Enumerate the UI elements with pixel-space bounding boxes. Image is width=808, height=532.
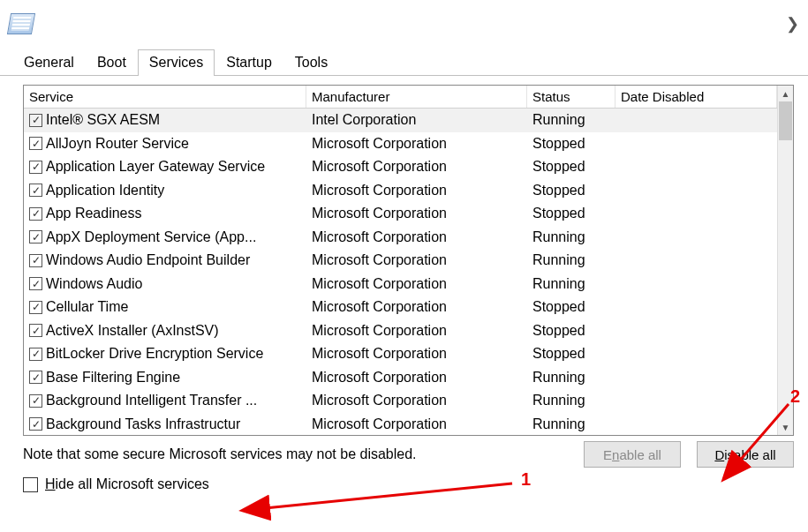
service-date-disabled [615, 236, 777, 239]
scroll-up-icon[interactable]: ▲ [778, 86, 793, 101]
service-status: Running [527, 391, 615, 410]
service-date-disabled [615, 329, 777, 333]
table-row[interactable]: App ReadinessMicrosoft CorporationStoppe… [24, 202, 777, 226]
col-manufacturer[interactable]: Manufacturer [306, 86, 527, 108]
service-manufacturer: Microsoft Corporation [306, 321, 527, 341]
tab-services[interactable]: Services [138, 49, 215, 76]
table-row[interactable]: Cellular TimeMicrosoft CorporationStoppe… [24, 296, 777, 319]
col-status[interactable]: Status [527, 86, 615, 108]
service-name: Cellular Time [46, 299, 128, 315]
table-row[interactable]: BitLocker Drive Encryption ServiceMicros… [24, 342, 777, 366]
titlebar: ❯ [0, 0, 808, 48]
service-checkbox[interactable] [29, 254, 42, 267]
service-checkbox[interactable] [29, 161, 42, 174]
table-row[interactable]: Base Filtering EngineMicrosoft Corporati… [24, 366, 777, 390]
tab-startup[interactable]: Startup [215, 49, 283, 76]
service-date-disabled [615, 376, 777, 379]
table-row[interactable]: Background Tasks InfrastructurMicrosoft … [24, 413, 777, 436]
table-row[interactable]: Windows AudioMicrosoft CorporationRunnin… [24, 273, 777, 296]
service-manufacturer: Microsoft Corporation [306, 181, 527, 200]
service-manufacturer: Intel Corporation [306, 110, 527, 130]
hide-ms-services-label[interactable]: Hide all Microsoft services [45, 476, 209, 492]
service-manufacturer: Microsoft Corporation [306, 134, 527, 154]
service-name: App Readiness [46, 206, 142, 221]
service-name: Application Layer Gateway Service [46, 159, 265, 175]
service-manufacturer: Microsoft Corporation [306, 251, 527, 270]
service-manufacturer: Microsoft Corporation [306, 228, 527, 247]
service-name: ActiveX Installer (AxInstSV) [46, 323, 219, 339]
service-date-disabled [615, 423, 777, 426]
service-status: Running [527, 228, 615, 247]
service-rows: Intel® SGX AESMIntel CorporationRunningA… [24, 109, 777, 435]
service-manufacturer: Microsoft Corporation [306, 297, 527, 317]
service-manufacturer: Microsoft Corporation [306, 415, 527, 434]
service-manufacturer: Microsoft Corporation [306, 274, 527, 294]
service-status: Running [527, 368, 615, 387]
service-name: BitLocker Drive Encryption Service [46, 346, 263, 362]
service-date-disabled [615, 189, 777, 192]
disable-all-button[interactable]: Disable all [697, 441, 794, 468]
services-list: Service Manufacturer Status Date Disable… [23, 85, 794, 436]
service-name: Application Identity [46, 183, 164, 199]
table-row[interactable]: Windows Audio Endpoint BuilderMicrosoft … [24, 249, 777, 273]
table-row[interactable]: Intel® SGX AESMIntel CorporationRunning [24, 109, 777, 132]
service-status: Stopped [527, 204, 615, 223]
col-service[interactable]: Service [24, 86, 306, 108]
service-manufacturer: Microsoft Corporation [306, 204, 527, 223]
service-name: Windows Audio Endpoint Builder [46, 252, 250, 268]
table-row[interactable]: ActiveX Installer (AxInstSV)Microsoft Co… [24, 319, 777, 343]
table-row[interactable]: Application IdentityMicrosoft Corporatio… [24, 179, 777, 203]
tab-strip: GeneralBootServicesStartupTools [0, 48, 808, 76]
service-name: AllJoyn Router Service [46, 136, 189, 152]
chevron-right-icon: ❯ [786, 14, 799, 34]
service-status: Running [527, 274, 615, 294]
table-row[interactable]: AllJoyn Router ServiceMicrosoft Corporat… [24, 132, 777, 156]
service-checkbox[interactable] [29, 137, 42, 150]
vertical-scrollbar[interactable]: ▲ ▼ [777, 86, 793, 435]
service-date-disabled [615, 352, 777, 356]
enable-all-button[interactable]: Enable all [584, 441, 681, 468]
service-name: Intel® SGX AESM [46, 112, 160, 128]
service-manufacturer: Microsoft Corporation [306, 368, 527, 387]
services-pane: Service Manufacturer Status Date Disable… [0, 76, 808, 492]
service-name: Background Intelligent Transfer ... [46, 393, 257, 408]
scroll-track[interactable] [778, 101, 793, 419]
service-date-disabled [615, 259, 777, 262]
scroll-thumb[interactable] [779, 101, 792, 140]
table-row[interactable]: AppX Deployment Service (App...Microsoft… [24, 226, 777, 250]
service-checkbox[interactable] [29, 114, 42, 127]
service-checkbox[interactable] [29, 371, 42, 384]
msconfig-icon [7, 13, 35, 34]
tab-boot[interactable]: Boot [86, 49, 138, 76]
tab-tools[interactable]: Tools [283, 49, 339, 76]
service-checkbox[interactable] [29, 184, 42, 197]
service-manufacturer: Microsoft Corporation [306, 157, 527, 176]
table-row[interactable]: Application Layer Gateway ServiceMicroso… [24, 155, 777, 179]
service-date-disabled [615, 118, 777, 122]
tab-general[interactable]: General [12, 49, 86, 76]
service-status: Stopped [527, 344, 615, 363]
service-checkbox[interactable] [29, 324, 42, 337]
service-name: Windows Audio [46, 276, 142, 292]
service-status: Running [527, 251, 615, 270]
service-date-disabled [615, 305, 777, 309]
service-checkbox[interactable] [29, 301, 42, 314]
col-date-disabled[interactable]: Date Disabled [615, 86, 777, 108]
service-status: Stopped [527, 321, 615, 341]
service-status: Running [527, 415, 615, 434]
service-checkbox[interactable] [29, 348, 42, 361]
hide-ms-services-checkbox[interactable] [23, 477, 38, 492]
service-checkbox[interactable] [29, 230, 42, 244]
service-checkbox[interactable] [29, 417, 42, 431]
service-name: Base Filtering Engine [46, 370, 180, 386]
service-checkbox[interactable] [29, 207, 42, 221]
service-checkbox[interactable] [29, 394, 42, 408]
service-status: Stopped [527, 157, 615, 176]
service-checkbox[interactable] [29, 277, 42, 290]
column-headers[interactable]: Service Manufacturer Status Date Disable… [24, 86, 777, 109]
note-text: Note that some secure Microsoft services… [23, 446, 417, 462]
table-row[interactable]: Background Intelligent Transfer ...Micro… [24, 389, 777, 413]
scroll-down-icon[interactable]: ▼ [778, 419, 793, 435]
service-name: Background Tasks Infrastructur [46, 416, 240, 432]
service-status: Stopped [527, 181, 615, 200]
